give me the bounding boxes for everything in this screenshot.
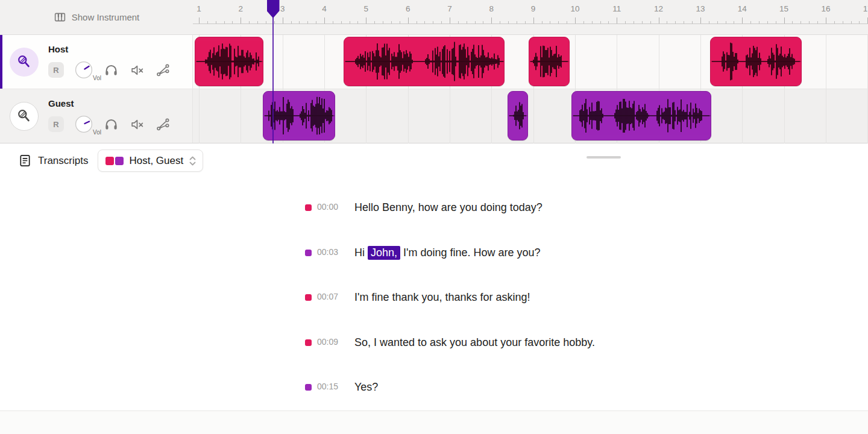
track-row-host: Host R Vol [0,35,868,89]
ruler-minor-tick [650,21,651,24]
track-header-guest: Guest R Vol [0,89,193,143]
transcript-text[interactable]: Yes? [354,380,378,395]
ruler-minor-tick [817,21,818,24]
highlighted-word[interactable]: John, [368,246,400,260]
ruler-minor-tick [307,21,308,24]
ruler-number: 13 [688,4,712,13]
speaker-filter-dropdown[interactable]: Host, Guest [98,149,203,172]
track-lane-guest[interactable] [193,89,868,143]
record-arm-button[interactable]: R [48,116,64,132]
transcript-row[interactable]: 00:07I'm fine thank you, thanks for aski… [0,290,868,335]
ruler-minor-tick [383,21,383,24]
host-audio-clip[interactable] [195,37,263,86]
ruler-minor-tick [224,21,225,24]
host-audio-clip[interactable] [529,37,570,86]
solo-headphones-button[interactable] [104,117,119,132]
ruler-minor-tick [441,21,442,24]
host-audio-clip[interactable] [710,37,802,86]
ruler-number: 2 [228,4,253,13]
ruler-minor-tick [475,21,476,24]
ruler-tick [742,17,743,24]
ruler-tick [575,17,576,24]
playhead-marker[interactable] [267,0,280,18]
ruler-minor-tick [232,21,233,24]
ruler-number: 6 [396,4,420,13]
show-instrument-label: Show Instrument [72,12,140,22]
ruler-number: 11 [605,4,629,13]
ruler-minor-tick [675,21,676,24]
waveform [508,92,527,140]
ruler-minor-tick [266,21,266,24]
ruler-minor-tick [467,21,467,24]
transcript-text[interactable]: I'm fine thank you, thanks for asking! [354,290,530,305]
ruler-tick [784,17,785,24]
transcript-text[interactable]: Hi John, I'm doing fine. How are you? [354,245,541,260]
ruler-minor-tick [333,21,333,24]
guest-audio-clip[interactable] [571,91,711,140]
ruler-minor-tick [517,21,517,24]
speaker-color-bullet [305,204,312,211]
automation-button[interactable] [156,63,171,78]
ruler-minor-tick [257,21,258,24]
timestamp: 00:07 [317,292,344,301]
playhead-line[interactable] [272,17,274,143]
ruler-number: 8 [479,4,503,13]
track-name: Guest [48,98,74,108]
ruler-minor-tick [550,21,550,24]
ruler-minor-tick [207,21,208,24]
automation-button[interactable] [156,117,171,132]
timeline-section: Show Instrument 123456789101112131415161… [0,0,868,143]
ruler-minor-tick [734,21,734,24]
guest-audio-clip[interactable] [263,91,335,140]
ruler-minor-tick [600,21,601,24]
host-audio-clip[interactable] [344,37,505,86]
transcript-row[interactable]: 00:03Hi John, I'm doing fine. How are yo… [0,245,868,291]
ruler-minor-tick [357,21,358,24]
ruler-minor-tick [458,21,459,24]
filter-label: Host, Guest [129,155,183,167]
track-lane-host[interactable] [193,35,868,89]
ruler-tick [283,17,283,24]
ruler-number: 1 [193,4,211,13]
ruler-minor-tick [726,21,726,24]
ruler-minor-tick [809,21,810,24]
waveform [195,37,263,86]
ruler-minor-tick [608,21,609,24]
guest-audio-clip[interactable] [508,91,528,140]
host-avatar[interactable] [10,48,39,77]
transcript-text[interactable]: So, I wanted to ask you about your favor… [354,335,595,350]
ruler-minor-tick [400,21,400,24]
guest-avatar[interactable] [10,102,39,131]
mute-button[interactable] [130,117,145,132]
ruler-minor-tick [776,21,776,24]
filter-swatches [105,157,124,165]
ruler-tick [199,17,200,24]
transcript-row[interactable]: 00:09So, I wanted to ask you about your … [0,335,868,380]
ruler-minor-tick [274,21,275,24]
timeline-ruler[interactable]: 1234567891011121314151617 [193,0,868,34]
transcript-row[interactable]: 00:00Hello Benny, how are you doing toda… [0,200,868,245]
ruler-number: 10 [563,4,587,13]
ruler-tick [617,17,617,24]
volume-knob[interactable]: Vol [75,61,93,79]
record-arm-button[interactable]: R [48,62,64,78]
ruler-minor-tick [709,21,709,24]
solo-headphones-button[interactable] [104,63,119,78]
ruler-minor-tick [316,21,316,24]
track-row-guest: Guest R Vol [0,89,868,143]
transcript-text[interactable]: Hello Benny, how are you doing today? [354,200,542,215]
ruler-minor-tick [750,21,751,24]
ruler-number: 9 [521,4,546,13]
show-instrument-button[interactable]: Show Instrument [0,0,193,34]
volume-knob[interactable]: Vol [75,115,93,133]
ruler-tick [533,17,534,24]
ruler-number: 15 [772,4,796,13]
ruler-minor-tick [642,21,643,24]
ruler-minor-tick [341,21,342,24]
mute-button[interactable] [130,63,145,78]
speaker-color-bullet [305,250,312,256]
ruler-minor-tick [433,21,433,24]
waveform [529,37,569,86]
chevron-updown-icon [189,155,197,167]
panel-resize-handle[interactable] [587,156,621,159]
